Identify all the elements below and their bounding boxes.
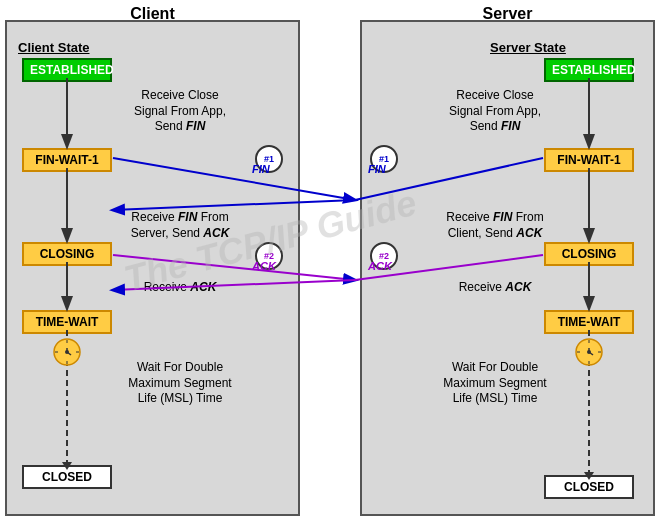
client-closed: CLOSED bbox=[22, 465, 112, 489]
client-closing: CLOSING bbox=[22, 242, 112, 266]
server-receive-close-label: Receive CloseSignal From App,Send FIN bbox=[430, 88, 560, 135]
server-state-label: Server State bbox=[490, 40, 566, 55]
server-closed: CLOSED bbox=[544, 475, 634, 499]
client-receive-close-label: Receive CloseSignal From App,Send FIN bbox=[115, 88, 245, 135]
client-receive-fin-label: Receive FIN FromServer, Send ACK bbox=[115, 210, 245, 241]
server-time-wait: TIME-WAIT bbox=[544, 310, 634, 334]
client-established: ESTABLISHED bbox=[22, 58, 112, 82]
client-state-label: Client State bbox=[18, 40, 90, 55]
server-established: ESTABLISHED bbox=[544, 58, 634, 82]
fin1-label-server: FIN bbox=[368, 163, 386, 175]
client-wait-msl-label: Wait For DoubleMaximum SegmentLife (MSL)… bbox=[115, 360, 245, 407]
server-fin-wait-1: FIN-WAIT-1 bbox=[544, 148, 634, 172]
ack2-label-client: ACK bbox=[252, 260, 276, 272]
fin1-label-client: FIN bbox=[252, 163, 270, 175]
server-wait-msl-label: Wait For DoubleMaximum SegmentLife (MSL)… bbox=[430, 360, 560, 407]
server-closing: CLOSING bbox=[544, 242, 634, 266]
server-receive-ack-label: Receive ACK bbox=[430, 280, 560, 296]
ack2-label-server: ACK bbox=[368, 260, 392, 272]
client-time-wait: TIME-WAIT bbox=[22, 310, 112, 334]
client-receive-ack-label: Receive ACK bbox=[115, 280, 245, 296]
server-receive-fin-label: Receive FIN FromClient, Send ACK bbox=[430, 210, 560, 241]
client-fin-wait-1: FIN-WAIT-1 bbox=[22, 148, 112, 172]
